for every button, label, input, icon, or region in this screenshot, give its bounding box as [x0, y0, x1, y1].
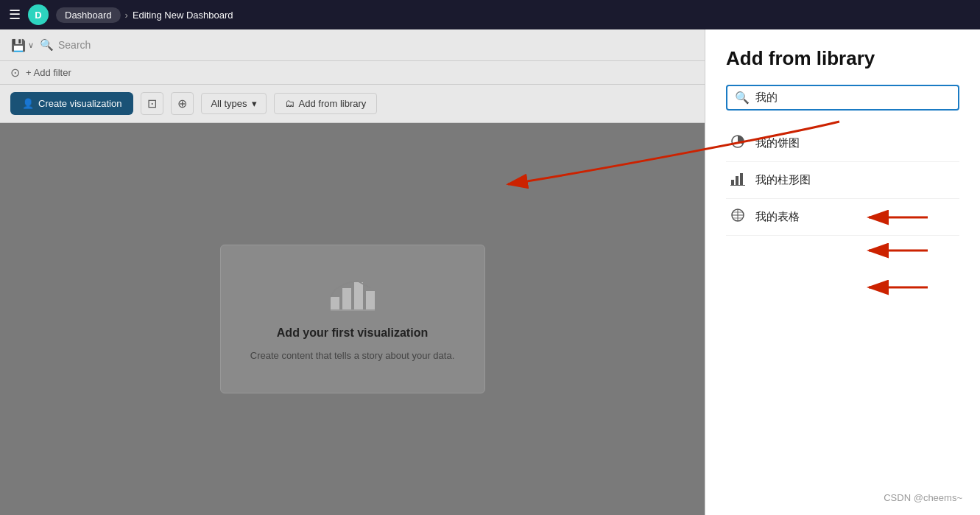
panel-search-icon: 🔍: [735, 91, 750, 105]
svg-rect-6: [731, 180, 734, 185]
top-nav: ☰ D Dashboard › Editing New Dashboard: [0, 0, 980, 29]
library-item-table-name: 我的表格: [755, 210, 800, 224]
breadcrumb-dashboard[interactable]: Dashboard: [56, 7, 121, 23]
svg-rect-2: [354, 282, 363, 310]
left-panel: 💾 ∨ 🔍 Search ⊙ + Add filter 👤 Create vis…: [0, 29, 705, 515]
add-from-library-button[interactable]: 🗂 Add from library: [274, 93, 378, 114]
toolbar: 👤 Create visualization ⊡ ⊕ All types ▾ 🗂…: [0, 85, 705, 123]
pie-chart-icon: [729, 134, 747, 153]
save-dropdown-arrow: ∨: [28, 41, 34, 50]
create-viz-icon: 👤: [22, 98, 34, 109]
add-filter-button[interactable]: + Add filter: [26, 67, 71, 78]
svg-rect-0: [331, 297, 339, 310]
bar-chart-icon: [729, 171, 747, 189]
main-layout: 💾 ∨ 🔍 Search ⊙ + Add filter 👤 Create vis…: [0, 29, 980, 515]
add-library-label: Add from library: [299, 98, 367, 109]
watermark: CSDN @cheems~: [884, 492, 962, 503]
search-icon-wrap: 🔍 Search: [40, 38, 91, 52]
library-item-pie[interactable]: 我的饼图: [726, 125, 959, 162]
all-types-button[interactable]: All types ▾: [201, 93, 266, 114]
create-visualization-button[interactable]: 👤 Create visualization: [10, 92, 133, 115]
svg-rect-3: [366, 291, 375, 310]
breadcrumb: Dashboard › Editing New Dashboard: [56, 7, 233, 23]
library-item-table[interactable]: 我的表格: [726, 199, 959, 236]
svg-rect-4: [331, 309, 375, 311]
all-types-label: All types: [211, 98, 247, 109]
filter-bar: ⊙ + Add filter: [0, 61, 705, 85]
hamburger-icon[interactable]: ☰: [9, 7, 21, 23]
save-icon: 💾: [10, 37, 27, 53]
svg-rect-9: [730, 185, 745, 186]
filter-icon: ⊙: [10, 66, 20, 80]
search-bar-row: 💾 ∨ 🔍 Search: [0, 29, 705, 61]
all-types-chevron: ▾: [252, 98, 257, 109]
empty-chart-icon: [331, 275, 375, 318]
right-panel: Add from library 🔍 我的饼图: [705, 29, 980, 515]
text-widget-icon: ⊡: [147, 97, 157, 111]
avatar: D: [28, 4, 49, 25]
search-icon: 🔍: [40, 38, 54, 52]
panel-search-box[interactable]: 🔍: [726, 85, 959, 111]
svg-rect-1: [342, 288, 351, 310]
svg-rect-8: [740, 173, 743, 185]
search-placeholder: Search: [58, 39, 91, 51]
image-widget-button[interactable]: ⊕: [171, 92, 194, 115]
breadcrumb-current: Editing New Dashboard: [133, 10, 233, 21]
svg-rect-7: [736, 176, 738, 185]
library-item-pie-name: 我的饼图: [755, 136, 800, 150]
empty-state-card: Add your first visualization Create cont…: [220, 245, 485, 393]
save-dropdown[interactable]: 💾 ∨: [10, 37, 34, 53]
empty-state-desc: Create content that tells a story about …: [250, 348, 455, 363]
canvas-area: Add your first visualization Create cont…: [0, 123, 705, 515]
table-icon: [729, 208, 747, 226]
library-item-bar[interactable]: 我的柱形图: [726, 162, 959, 199]
library-items-list: 我的饼图 我的柱形图: [726, 125, 959, 236]
create-viz-label: Create visualization: [38, 98, 121, 109]
panel-search-input[interactable]: [755, 91, 951, 104]
breadcrumb-arrow: ›: [125, 10, 128, 21]
image-widget-icon: ⊕: [177, 97, 187, 111]
library-icon: 🗂: [285, 98, 295, 109]
text-widget-button[interactable]: ⊡: [141, 92, 163, 115]
panel-title: Add from library: [726, 47, 959, 70]
library-item-bar-name: 我的柱形图: [755, 173, 811, 187]
empty-state-title: Add your first visualization: [277, 326, 428, 340]
